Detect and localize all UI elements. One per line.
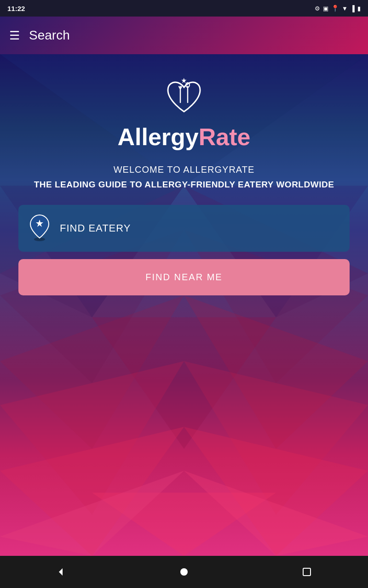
battery-icon: ▮ [357, 5, 361, 12]
svg-point-26 [180, 568, 188, 576]
wifi-icon: ▼ [342, 5, 348, 12]
welcome-text: WELCOME TO ALLERGYRATE [114, 164, 255, 175]
logo-allergy-text: Allergy [117, 124, 198, 150]
svg-rect-27 [303, 568, 310, 576]
toolbar-title: Search [29, 28, 70, 43]
status-time: 11:22 [7, 5, 25, 12]
content-wrapper: AllergyRate WELCOME TO ALLERGYRATE THE L… [0, 54, 368, 295]
svg-marker-25 [59, 568, 63, 576]
svg-marker-22 [181, 78, 186, 83]
settings-icon: ⚙ [315, 5, 320, 12]
logo-icon [163, 77, 205, 119]
find-eatery-input[interactable]: FIND EATERY [18, 205, 350, 252]
logo-container: AllergyRate [117, 77, 250, 151]
main-content: AllergyRate WELCOME TO ALLERGYRATE THE L… [0, 54, 368, 556]
tagline-text: THE LEADING GUIDE TO ALLERGY-FRIENDLY EA… [34, 179, 334, 191]
app-toolbar: ☰ Search [0, 17, 368, 54]
recents-button[interactable] [295, 560, 318, 583]
find-near-me-button[interactable]: FIND NEAR ME [18, 259, 350, 295]
status-icons: ⚙ ▣ 📍 ▼ ▐ ▮ [315, 5, 361, 12]
nav-bar [0, 556, 368, 588]
logo-text: AllergyRate [117, 123, 250, 151]
location-pin-icon [28, 213, 52, 243]
location-icon: 📍 [331, 5, 339, 12]
logo-rate-text: Rate [199, 124, 251, 150]
find-eatery-label: FIND EATERY [60, 222, 131, 234]
back-button[interactable] [50, 560, 73, 583]
sim-icon: ▣ [323, 5, 328, 12]
signal-icon: ▐ [351, 5, 355, 12]
status-bar: 11:22 ⚙ ▣ 📍 ▼ ▐ ▮ [0, 0, 368, 17]
home-button[interactable] [172, 560, 196, 583]
hamburger-menu-button[interactable]: ☰ [9, 28, 20, 43]
